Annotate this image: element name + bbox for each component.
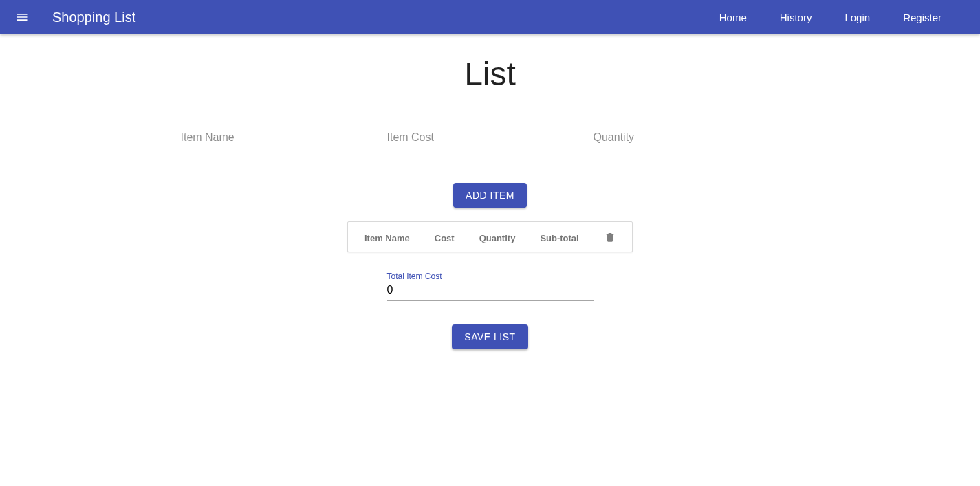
col-item-name: Item Name [364, 233, 410, 243]
nav-history[interactable]: History [780, 12, 812, 23]
item-quantity-input[interactable] [594, 127, 800, 148]
nav-links: Home History Login Register [719, 12, 941, 23]
hamburger-icon [15, 10, 29, 24]
app-bar: Shopping List Home History Login Registe… [0, 0, 980, 34]
menu-button[interactable] [14, 9, 30, 25]
items-table: Item Name Cost Quantity Sub-total [347, 221, 633, 252]
add-item-button[interactable]: ADD ITEM [453, 183, 527, 208]
col-quantity: Quantity [479, 233, 516, 243]
nav-register[interactable]: Register [903, 12, 941, 23]
nav-login[interactable]: Login [845, 12, 870, 23]
total-block: Total Item Cost [387, 272, 594, 301]
total-value-input[interactable] [387, 281, 594, 301]
col-subtotal: Sub-total [540, 233, 578, 243]
nav-home[interactable]: Home [719, 12, 747, 23]
trash-icon [605, 232, 616, 243]
app-title: Shopping List [52, 10, 135, 25]
page-content: List ADD ITEM Item Name Cost Quantity Su… [0, 34, 980, 349]
col-cost: Cost [435, 233, 455, 243]
item-name-input[interactable] [181, 127, 387, 148]
item-cost-input[interactable] [387, 127, 594, 148]
inputs-row [181, 127, 800, 148]
table-header-row: Item Name Cost Quantity Sub-total [364, 232, 616, 245]
save-list-button[interactable]: SAVE LIST [452, 324, 527, 349]
total-label: Total Item Cost [387, 272, 594, 281]
delete-column-header[interactable] [605, 232, 616, 245]
page-title: List [464, 55, 516, 93]
